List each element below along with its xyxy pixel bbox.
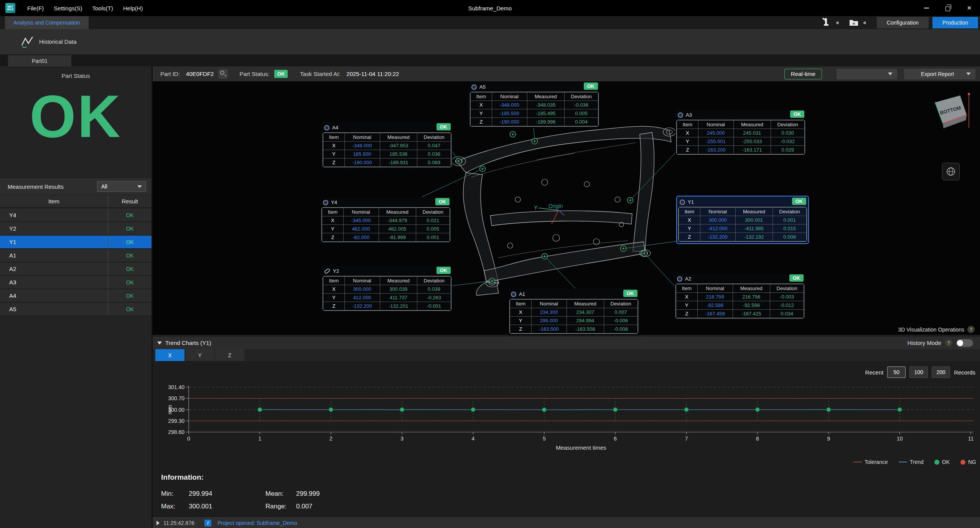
callout-table: ItemNominalMeasuredDeviationX216.759216.… xyxy=(676,284,804,318)
restore-icon xyxy=(945,7,950,11)
view-globe-button[interactable] xyxy=(942,163,960,180)
collapse-icon[interactable] xyxy=(157,342,162,345)
callout-y2[interactable]: Y2OKItemNominalMeasuredDeviationX300.000… xyxy=(321,266,453,312)
part-id-value: 40E0FDF2 xyxy=(186,71,214,77)
callout-table: ItemNominalMeasuredDeviationX300.000300.… xyxy=(679,207,807,241)
realtime-mode-button[interactable]: Real-time xyxy=(784,69,822,79)
callout-a4[interactable]: A4OKItemNominalMeasuredDeviationX-348.00… xyxy=(321,122,453,169)
window-title: Subframe_Demo xyxy=(468,5,512,12)
results-filter-value: All xyxy=(101,183,137,190)
close-button[interactable]: ✕ xyxy=(959,0,980,16)
orientation-cube[interactable]: BOTTOM xyxy=(935,93,970,128)
trend-chart: 298.60299.30300.00300.70301.400123456789… xyxy=(153,384,980,453)
callout-a2[interactable]: A2OKItemNominalMeasuredDeviationX216.759… xyxy=(674,273,805,320)
measurement-marker xyxy=(456,158,462,164)
column-result: Result xyxy=(108,195,152,207)
tab-analysis-and-compensation[interactable]: Analysis and Compensation xyxy=(5,16,89,29)
configuration-button[interactable]: Configuration xyxy=(877,17,929,28)
history-mode-toggle[interactable] xyxy=(956,339,973,347)
folder-status-dot xyxy=(863,21,866,24)
information-panel: Information: Min: 299.994 Mean: 299.999 … xyxy=(161,473,373,510)
callout-table: ItemNominalMeasuredDeviationX-348.000-34… xyxy=(470,92,598,126)
menu-settings[interactable]: Settings(S) xyxy=(49,3,87,14)
callout-header: Y1OK xyxy=(678,197,807,207)
status-bar: 11:25:42.876 i Project opened: Subframe_… xyxy=(153,517,980,528)
search-icon[interactable] xyxy=(218,69,228,79)
robot-icon[interactable] xyxy=(821,17,832,28)
toggle-knob xyxy=(957,340,963,346)
3d-ops-label: 3D Visualization Operations xyxy=(898,327,964,333)
result-row-y2[interactable]: Y2OK xyxy=(0,222,152,236)
export-report-dropdown[interactable]: Export Report xyxy=(904,69,975,79)
callout-id: Y4 xyxy=(331,200,337,205)
y-axis-label: Y xyxy=(534,205,538,211)
svg-text:5: 5 xyxy=(543,436,546,442)
folder-icon[interactable] xyxy=(848,18,860,28)
result-row-a3[interactable]: A3OK xyxy=(0,276,152,289)
part-status-value: OK xyxy=(0,82,152,151)
recent-200-button[interactable]: 200 xyxy=(932,366,950,378)
callout-a1[interactable]: A1OKItemNominalMeasuredDeviationX234.300… xyxy=(508,289,639,335)
callout-header: A1OK xyxy=(509,289,638,299)
legend-dot-swatch xyxy=(934,460,939,465)
expand-log-icon[interactable] xyxy=(156,521,160,525)
result-row-y1[interactable]: Y1OK xyxy=(0,236,152,249)
maximize-button[interactable] xyxy=(937,0,959,16)
item-label: Y4 xyxy=(0,209,108,221)
result-value: OK xyxy=(108,209,152,221)
callout-a3[interactable]: A3OKItemNominalMeasuredDeviationX245.000… xyxy=(675,109,806,156)
menu-help[interactable]: Help(H) xyxy=(118,3,148,14)
mode-bar-right: Configuration Production xyxy=(821,16,978,29)
menu-tools[interactable]: Tools(T) xyxy=(87,3,118,14)
recent-100-button[interactable]: 100 xyxy=(909,366,928,378)
status-badge: OK xyxy=(436,267,451,274)
record-select-dropdown[interactable] xyxy=(837,69,897,79)
tab-part01[interactable]: Part01 xyxy=(8,55,71,66)
callout-table: ItemNominalMeasuredDeviationX300.000300.… xyxy=(323,276,451,310)
minimize-button[interactable] xyxy=(916,0,937,16)
status-time: 11:25:42.876 xyxy=(163,520,193,526)
measurement-results-label: Measurement Results xyxy=(8,183,97,190)
result-row-a4[interactable]: A4OK xyxy=(0,289,152,303)
results-filter-dropdown[interactable]: All xyxy=(97,181,146,192)
axis-tab-z[interactable]: Z xyxy=(215,349,244,361)
svg-text:mm: mm xyxy=(166,405,173,414)
result-value: OK xyxy=(108,236,152,248)
callout-y1[interactable]: Y1OKItemNominalMeasuredDeviationX300.000… xyxy=(677,196,808,243)
status-badge: OK xyxy=(789,274,804,282)
viewport-3d[interactable]: Y Origin BOTTOM xyxy=(153,81,980,335)
recent-50-button[interactable]: 50 xyxy=(887,366,906,378)
axis-tab-y[interactable]: Y xyxy=(185,349,214,361)
mean-value: 299.999 xyxy=(296,490,373,498)
legend-tolerance: Tolerance xyxy=(853,459,888,465)
divider xyxy=(199,518,199,528)
result-row-y4[interactable]: Y4OK xyxy=(0,209,152,222)
production-button[interactable]: Production xyxy=(932,17,978,28)
help-icon[interactable]: ? xyxy=(945,339,952,346)
menu-bar: File(F)Settings(S)Tools(T)Help(H) xyxy=(22,3,148,14)
callout-table: ItemNominalMeasuredDeviationX245.000245.… xyxy=(677,120,805,154)
result-row-a5[interactable]: A5OK xyxy=(0,303,152,316)
part-status-label: Part Status: xyxy=(239,71,269,77)
circle-feature-icon xyxy=(680,200,685,205)
callout-y4[interactable]: Y4OKItemNominalMeasuredDeviationX-345.00… xyxy=(320,197,451,244)
status-message: Project opened: Subframe_Demo xyxy=(217,520,297,526)
part-status-badge: OK xyxy=(274,70,288,78)
circle-feature-icon xyxy=(323,200,328,205)
recent-label: Recent xyxy=(865,369,884,376)
robot-status-dot xyxy=(836,21,839,24)
status-badge: OK xyxy=(623,290,638,297)
result-row-a2[interactable]: A2OK xyxy=(0,262,152,276)
callout-a5[interactable]: A5OKItemNominalMeasuredDeviationX-348.00… xyxy=(469,81,600,128)
axis-tab-x[interactable]: X xyxy=(155,349,184,361)
result-row-a1[interactable]: A1OK xyxy=(0,249,152,262)
menu-file[interactable]: File(F) xyxy=(22,3,49,14)
trend-title: Trend Charts (Y1) xyxy=(165,340,908,346)
svg-text:2: 2 xyxy=(329,436,333,442)
result-value: OK xyxy=(108,303,152,315)
records-label: Records xyxy=(954,369,975,376)
svg-text:301.40: 301.40 xyxy=(168,384,184,390)
item-label: Y2 xyxy=(0,222,108,235)
help-icon[interactable]: ? xyxy=(967,326,975,333)
historical-data-button[interactable]: Historical Data xyxy=(20,34,77,49)
